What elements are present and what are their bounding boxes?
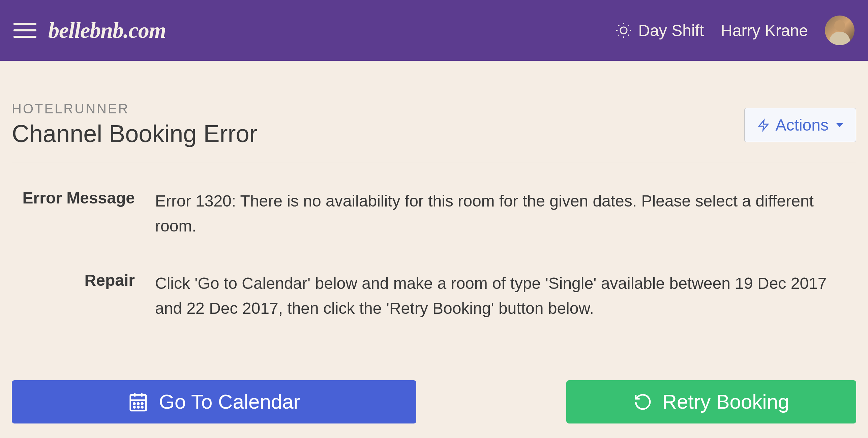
svg-marker-9 [759, 120, 768, 130]
retry-icon [633, 392, 652, 411]
header-right: Day Shift Harry Krane [616, 16, 855, 45]
svg-point-14 [134, 403, 135, 404]
sun-icon [616, 22, 632, 38]
svg-point-0 [620, 27, 627, 34]
page-content: HOTELRUNNER Channel Booking Error Action… [0, 61, 868, 437]
svg-point-18 [138, 406, 139, 408]
title-area: HOTELRUNNER Channel Booking Error [12, 101, 257, 147]
app-header: bellebnb.com Day Shift Harry Krane [0, 0, 868, 61]
repair-row: Repair Click 'Go to Calendar' below and … [12, 271, 856, 321]
svg-point-17 [134, 406, 135, 408]
shift-label: Day Shift [638, 21, 704, 40]
error-message-value: Error 1320: There is no availability for… [155, 189, 856, 239]
retry-booking-button[interactable]: Retry Booking [566, 380, 856, 423]
error-message-row: Error Message Error 1320: There is no av… [12, 189, 856, 239]
header-left: bellebnb.com [13, 18, 166, 43]
page-title: Channel Booking Error [12, 120, 257, 147]
error-message-label: Error Message [12, 189, 155, 239]
page-header: HOTELRUNNER Channel Booking Error Action… [12, 101, 856, 163]
actions-label: Actions [776, 116, 829, 134]
chevron-down-icon [836, 123, 843, 127]
page-eyebrow: HOTELRUNNER [12, 101, 257, 116]
calendar-icon [128, 391, 149, 412]
hamburger-menu-button[interactable] [13, 23, 36, 38]
svg-line-7 [618, 35, 619, 36]
go-to-calendar-label: Go To Calendar [159, 390, 300, 413]
app-logo[interactable]: bellebnb.com [48, 18, 166, 43]
svg-line-4 [628, 35, 629, 36]
repair-label: Repair [12, 271, 155, 321]
svg-line-8 [628, 25, 629, 26]
lightning-icon [757, 118, 770, 133]
svg-point-15 [138, 403, 139, 404]
actions-dropdown-button[interactable]: Actions [744, 108, 856, 142]
svg-point-16 [142, 403, 143, 404]
retry-booking-label: Retry Booking [662, 390, 789, 413]
svg-line-3 [618, 25, 619, 26]
go-to-calendar-button[interactable]: Go To Calendar [12, 380, 416, 423]
svg-point-19 [142, 406, 143, 408]
shift-indicator[interactable]: Day Shift [616, 21, 704, 40]
action-button-row: Go To Calendar Retry Booking [12, 380, 856, 423]
avatar[interactable] [825, 16, 855, 45]
repair-value: Click 'Go to Calendar' below and make a … [155, 271, 856, 321]
user-name[interactable]: Harry Krane [721, 21, 808, 40]
